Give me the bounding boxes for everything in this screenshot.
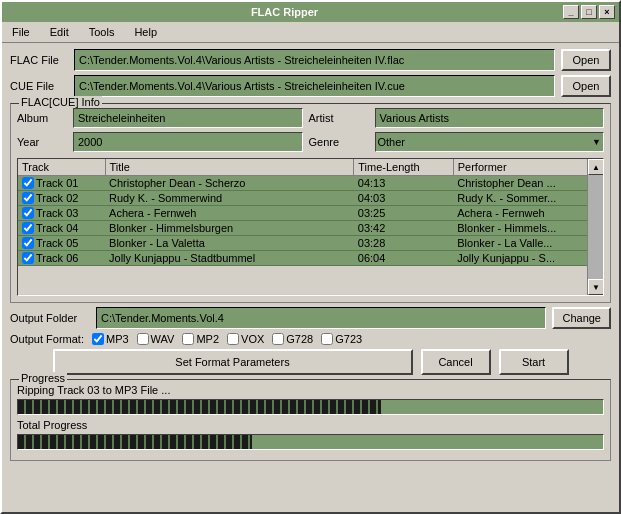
- col-time: Time-Length: [354, 159, 453, 176]
- artist-label: Artist: [309, 112, 369, 124]
- cue-file-label: CUE File: [10, 80, 68, 92]
- mp2-checkbox[interactable]: [182, 333, 194, 345]
- main-window: FLAC Ripper _ □ × File Edit Tools Help F…: [0, 0, 621, 514]
- content-area: FLAC File C:\Tender.Moments.Vol.4\Variou…: [2, 43, 619, 512]
- table-row[interactable]: Track 06 Jolly Kunjappu - Stadtbummel 06…: [18, 251, 603, 266]
- maximize-button[interactable]: □: [581, 5, 597, 19]
- flac-file-row: FLAC File C:\Tender.Moments.Vol.4\Variou…: [10, 49, 611, 71]
- genre-value: Other: [378, 136, 593, 148]
- title-cell-2: Achera - Fernweh: [105, 206, 354, 221]
- track-checkbox-3[interactable]: [22, 222, 34, 234]
- track-checkbox-0[interactable]: [22, 177, 34, 189]
- track-cell-0: Track 01: [18, 176, 105, 191]
- output-folder-row: Output Folder C:\Tender.Moments.Vol.4 Ch…: [10, 307, 611, 329]
- g728-checkbox[interactable]: [272, 333, 284, 345]
- time-cell-2: 03:25: [354, 206, 453, 221]
- table-row[interactable]: Track 05 Blonker - La Valetta 03:28 Blon…: [18, 236, 603, 251]
- track-checkbox-1[interactable]: [22, 192, 34, 204]
- format-g723[interactable]: G723: [321, 333, 362, 345]
- album-value: Streicheleinheiten: [73, 108, 303, 128]
- track-progress-bar: [17, 399, 604, 415]
- col-title: Title: [105, 159, 354, 176]
- set-format-button[interactable]: Set Format Parameters: [53, 349, 413, 375]
- track-num-1: Track 02: [36, 192, 78, 204]
- scroll-down-button[interactable]: ▼: [588, 279, 604, 295]
- wav-label: WAV: [151, 333, 175, 345]
- time-cell-5: 06:04: [354, 251, 453, 266]
- close-button[interactable]: ×: [599, 5, 615, 19]
- menu-tools[interactable]: Tools: [83, 24, 121, 40]
- year-value: 2000: [73, 132, 303, 152]
- cue-open-button[interactable]: Open: [561, 75, 611, 97]
- g723-checkbox[interactable]: [321, 333, 333, 345]
- genre-label: Genre: [309, 136, 369, 148]
- progress-group: Progress Ripping Track 03 to MP3 File ..…: [10, 379, 611, 461]
- menu-file[interactable]: File: [6, 24, 36, 40]
- table-row[interactable]: Track 01 Christopher Dean - Scherzo 04:1…: [18, 176, 603, 191]
- table-row[interactable]: Track 03 Achera - Fernweh 03:25 Achera -…: [18, 206, 603, 221]
- title-cell-4: Blonker - La Valetta: [105, 236, 354, 251]
- table-header-row: Track Title Time-Length Performer: [18, 159, 603, 176]
- cancel-button[interactable]: Cancel: [421, 349, 491, 375]
- track-cell-2: Track 03: [18, 206, 105, 221]
- wav-checkbox[interactable]: [137, 333, 149, 345]
- table-row[interactable]: Track 02 Rudy K. - Sommerwind 04:03 Rudy…: [18, 191, 603, 206]
- total-progress-label: Total Progress: [17, 419, 604, 431]
- g723-label: G723: [335, 333, 362, 345]
- dropdown-icon: ▼: [592, 137, 601, 147]
- total-progress-fill: [18, 435, 252, 449]
- format-vox[interactable]: VOX: [227, 333, 264, 345]
- output-folder-path: C:\Tender.Moments.Vol.4: [96, 307, 546, 329]
- performer-cell-4: Blonker - La Valle...: [453, 236, 602, 251]
- menu-edit[interactable]: Edit: [44, 24, 75, 40]
- format-mp3[interactable]: MP3: [92, 333, 129, 345]
- performer-cell-1: Rudy K. - Sommer...: [453, 191, 602, 206]
- album-label: Album: [17, 112, 67, 124]
- title-bar-buttons: _ □ ×: [563, 5, 615, 19]
- mp3-checkbox[interactable]: [92, 333, 104, 345]
- track-cell-3: Track 04: [18, 221, 105, 236]
- performer-cell-2: Achera - Fernweh: [453, 206, 602, 221]
- title-cell-1: Rudy K. - Sommerwind: [105, 191, 354, 206]
- time-cell-3: 03:42: [354, 221, 453, 236]
- genre-row: Other ▼: [375, 132, 605, 152]
- artist-value: Various Artists: [375, 108, 605, 128]
- format-g728[interactable]: G728: [272, 333, 313, 345]
- vox-checkbox[interactable]: [227, 333, 239, 345]
- format-mp2[interactable]: MP2: [182, 333, 219, 345]
- format-row: Output Format: MP3 WAV MP2 VOX G728: [10, 333, 611, 345]
- format-wav[interactable]: WAV: [137, 333, 175, 345]
- title-cell-5: Jolly Kunjappu - Stadtbummel: [105, 251, 354, 266]
- mp3-label: MP3: [106, 333, 129, 345]
- scrollbar[interactable]: ▲ ▼: [587, 159, 603, 295]
- track-num-5: Track 06: [36, 252, 78, 264]
- title-cell-3: Blonker - Himmelsburgen: [105, 221, 354, 236]
- minimize-button[interactable]: _: [563, 5, 579, 19]
- track-num-4: Track 05: [36, 237, 78, 249]
- cue-file-path: C:\Tender.Moments.Vol.4\Various Artists …: [74, 75, 555, 97]
- start-button[interactable]: Start: [499, 349, 569, 375]
- bottom-buttons: Set Format Parameters Cancel Start: [10, 349, 611, 375]
- title-bar: FLAC Ripper _ □ ×: [2, 2, 619, 22]
- ripping-progress-text: Ripping Track 03 to MP3 File ...: [17, 384, 604, 396]
- track-checkbox-4[interactable]: [22, 237, 34, 249]
- track-checkbox-5[interactable]: [22, 252, 34, 264]
- track-cell-4: Track 05: [18, 236, 105, 251]
- scroll-up-button[interactable]: ▲: [588, 159, 604, 175]
- track-num-0: Track 01: [36, 177, 78, 189]
- flac-open-button[interactable]: Open: [561, 49, 611, 71]
- menu-bar: File Edit Tools Help: [2, 22, 619, 43]
- track-num-2: Track 03: [36, 207, 78, 219]
- menu-help[interactable]: Help: [128, 24, 163, 40]
- table-row[interactable]: Track 04 Blonker - Himmelsburgen 03:42 B…: [18, 221, 603, 236]
- track-cell-1: Track 02: [18, 191, 105, 206]
- progress-group-label: Progress: [19, 372, 67, 384]
- genre-select[interactable]: Other ▼: [375, 132, 605, 152]
- title-cell-0: Christopher Dean - Scherzo: [105, 176, 354, 191]
- info-group-label: FLAC[CUE] Info: [19, 96, 102, 108]
- track-checkbox-2[interactable]: [22, 207, 34, 219]
- flac-file-label: FLAC File: [10, 54, 68, 66]
- track-num-3: Track 04: [36, 222, 78, 234]
- track-progress-fill: [18, 400, 381, 414]
- change-folder-button[interactable]: Change: [552, 307, 611, 329]
